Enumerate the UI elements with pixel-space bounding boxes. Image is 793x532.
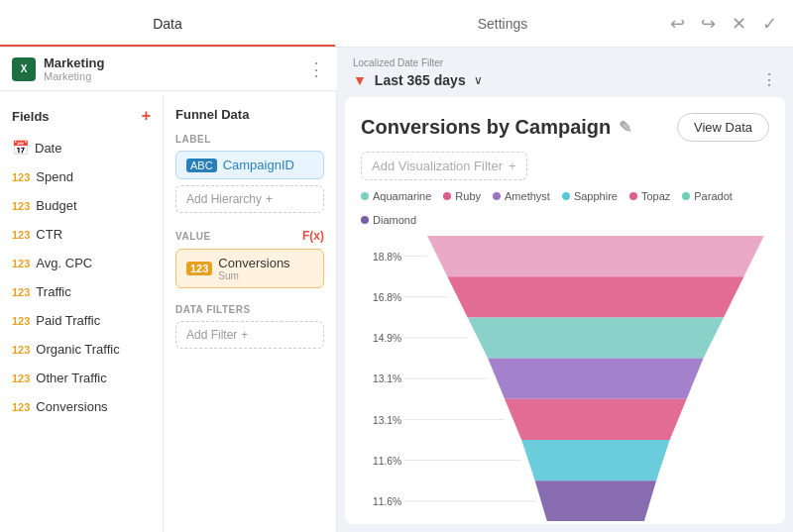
viz-content: Conversions by Campaign ✎ View Data Add … xyxy=(345,97,785,524)
svg-text:11.6%: 11.6% xyxy=(373,496,401,507)
legend-item: Amethyst xyxy=(493,190,550,202)
legend-item: Sapphire xyxy=(562,190,618,202)
legend-color-dot xyxy=(682,192,690,200)
edit-title-icon[interactable]: ✎ xyxy=(619,118,631,137)
field-item-other-traffic[interactable]: 123Other Traffic xyxy=(0,364,163,392)
header-tabs: Data Settings ↩ ↪ ✕ ✓ xyxy=(0,0,793,48)
fields-list: 📅Date123Spend123Budget123CTR123Avg. CPC1… xyxy=(0,133,163,421)
svg-text:11.6%: 11.6% xyxy=(373,456,401,467)
add-filter-button[interactable]: Add Filter + xyxy=(175,321,324,349)
funnel-data-column: Funnel Data LABEL ABC CampaignID Add Hie… xyxy=(164,95,336,532)
legend-item: Topaz xyxy=(629,190,670,202)
add-viz-filter[interactable]: Add Visualization Filter + xyxy=(361,152,527,180)
field-item-date[interactable]: 📅Date xyxy=(0,133,163,162)
legend-item: Diamond xyxy=(361,214,416,226)
date-filter-row: ▼ Last 365 days ∨ ⋮ xyxy=(353,70,777,89)
viz-title-row: Conversions by Campaign ✎ View Data xyxy=(361,113,769,142)
field-item-avg.-cpc[interactable]: 123Avg. CPC xyxy=(0,249,163,277)
tab-settings[interactable]: Settings xyxy=(335,0,670,47)
legend-item: Paradot xyxy=(682,190,733,202)
data-source-menu[interactable]: ⋮ xyxy=(307,58,325,80)
field-item-spend[interactable]: 123Spend xyxy=(0,162,163,191)
funnel-svg: 18.8%16.8%14.9%13.1%13.1%11.6%11.6% xyxy=(361,236,769,521)
left-panel: X Marketing Marketing ⋮ Fields + 📅Date12… xyxy=(0,48,337,532)
close-icon[interactable]: ✕ xyxy=(732,13,746,35)
date-filter-value[interactable]: Last 365 days xyxy=(375,72,466,88)
svg-text:13.1%: 13.1% xyxy=(373,415,401,426)
date-filter-label: Localized Date Filter xyxy=(353,57,777,68)
add-field-icon[interactable]: + xyxy=(142,107,151,125)
campaign-id-chip[interactable]: ABC CampaignID xyxy=(175,151,324,179)
svg-text:14.9%: 14.9% xyxy=(373,333,401,344)
legend-color-dot xyxy=(629,192,637,200)
legend-color-dot xyxy=(562,192,570,200)
header-actions: ↩ ↪ ✕ ✓ xyxy=(670,13,793,35)
chart-legend: AquamarineRubyAmethystSapphireTopazParad… xyxy=(361,190,769,226)
redo-icon[interactable]: ↪ xyxy=(701,13,716,35)
fx-button[interactable]: F(x) xyxy=(302,229,324,243)
confirm-icon[interactable]: ✓ xyxy=(762,13,777,35)
field-item-paid-traffic[interactable]: 123Paid Traffic xyxy=(0,306,163,335)
conversions-value-chip[interactable]: 123 Conversions Sum xyxy=(175,249,324,288)
date-filter-menu[interactable]: ⋮ xyxy=(761,70,777,89)
excel-icon: X xyxy=(12,57,36,81)
view-data-button[interactable]: View Data xyxy=(677,113,769,142)
fields-header: Fields + xyxy=(0,107,163,133)
fields-column: Fields + 📅Date123Spend123Budget123CTR123… xyxy=(0,95,164,532)
legend-color-dot xyxy=(443,192,451,200)
legend-color-dot xyxy=(493,192,501,200)
field-item-budget[interactable]: 123Budget xyxy=(0,191,163,220)
funnel-chart-area: 18.8%16.8%14.9%13.1%13.1%11.6%11.6% xyxy=(361,236,769,521)
legend-color-dot xyxy=(361,216,369,224)
field-item-conversions[interactable]: 123Conversions xyxy=(0,392,163,421)
viz-title: Conversions by Campaign ✎ xyxy=(361,116,631,139)
undo-icon[interactable]: ↩ xyxy=(670,13,685,35)
svg-text:13.1%: 13.1% xyxy=(373,373,401,384)
filter-icon[interactable]: ▼ xyxy=(353,72,367,88)
svg-text:16.8%: 16.8% xyxy=(373,292,401,303)
svg-text:18.8%: 18.8% xyxy=(373,252,401,263)
date-chevron[interactable]: ∨ xyxy=(474,73,483,87)
tab-data[interactable]: Data xyxy=(0,0,335,47)
viz-header: Localized Date Filter ▼ Last 365 days ∨ … xyxy=(337,48,793,89)
legend-item: Ruby xyxy=(443,190,481,202)
field-item-ctr[interactable]: 123CTR xyxy=(0,220,163,249)
data-source-bar: X Marketing Marketing ⋮ xyxy=(0,48,337,91)
field-item-traffic[interactable]: 123Traffic xyxy=(0,277,163,306)
right-panel: Localized Date Filter ▼ Last 365 days ∨ … xyxy=(337,48,793,532)
legend-color-dot xyxy=(361,192,369,200)
field-item-organic-traffic[interactable]: 123Organic Traffic xyxy=(0,335,163,364)
add-hierarchy-button[interactable]: Add Hierarchy + xyxy=(175,185,324,213)
value-section: VALUE F(x) 123 Conversions Sum xyxy=(175,229,324,288)
data-source-info: Marketing Marketing xyxy=(44,55,104,82)
legend-item: Aquamarine xyxy=(361,190,431,202)
value-header: VALUE F(x) xyxy=(175,229,324,243)
main-area: X Marketing Marketing ⋮ Fields + 📅Date12… xyxy=(0,48,793,532)
